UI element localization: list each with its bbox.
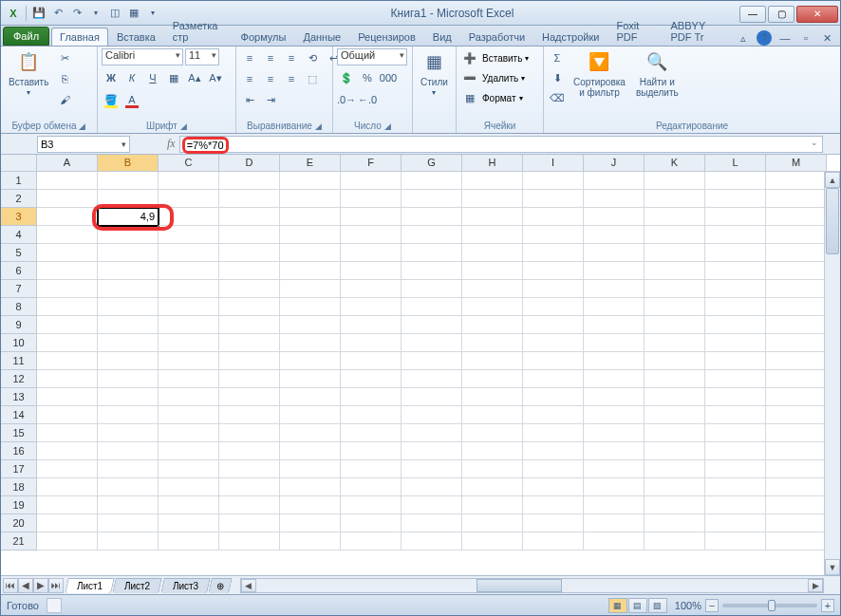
row-header-9[interactable]: 9 [1, 316, 37, 334]
cell-G4[interactable] [402, 226, 462, 244]
cell-C20[interactable] [159, 514, 219, 532]
cell-G2[interactable] [402, 190, 462, 208]
tab-foxit[interactable]: Foxit PDF [607, 16, 662, 46]
normal-view-icon[interactable]: ▦ [608, 598, 627, 613]
cell-H18[interactable] [462, 478, 523, 496]
cell-K3[interactable] [645, 208, 705, 226]
undo-icon[interactable]: ↶ [49, 5, 66, 22]
cell-F12[interactable] [341, 370, 402, 388]
cell-H3[interactable] [462, 208, 523, 226]
cell-E19[interactable] [280, 496, 341, 514]
cell-I19[interactable] [523, 496, 584, 514]
percent-icon[interactable]: % [358, 68, 377, 87]
row-header-4[interactable]: 4 [1, 226, 37, 244]
cell-B9[interactable] [98, 316, 159, 334]
cell-J16[interactable] [584, 442, 645, 460]
save-icon[interactable]: 💾 [30, 5, 47, 22]
cell-E20[interactable] [280, 514, 341, 532]
cell-E16[interactable] [280, 442, 341, 460]
decrease-decimal-icon[interactable]: ←.0 [358, 90, 377, 109]
column-header-H[interactable]: H [462, 155, 523, 171]
cell-E13[interactable] [280, 388, 341, 406]
cell-G8[interactable] [402, 298, 462, 316]
qat-extra2-icon[interactable]: ▦ [125, 5, 142, 22]
tab-addins[interactable]: Надстройки [533, 28, 607, 46]
cell-K17[interactable] [645, 460, 705, 478]
cell-G19[interactable] [402, 496, 462, 514]
row-header-18[interactable]: 18 [1, 478, 37, 496]
align-middle-icon[interactable]: ≡ [261, 48, 280, 67]
orientation-icon[interactable]: ⟲ [303, 48, 322, 67]
cell-C11[interactable] [159, 352, 219, 370]
cell-F1[interactable] [341, 172, 402, 190]
cell-D15[interactable] [219, 424, 280, 442]
cell-A12[interactable] [37, 370, 98, 388]
cell-L15[interactable] [705, 424, 766, 442]
cell-D9[interactable] [219, 316, 280, 334]
cell-F16[interactable] [341, 442, 402, 460]
cell-I11[interactable] [523, 352, 584, 370]
cell-A3[interactable] [37, 208, 98, 226]
cell-K14[interactable] [645, 406, 705, 424]
cell-D8[interactable] [219, 298, 280, 316]
cell-B10[interactable] [98, 334, 159, 352]
delete-cells-icon[interactable]: ➖ [460, 68, 479, 87]
cell-G21[interactable] [402, 532, 462, 551]
cell-I6[interactable] [523, 262, 584, 280]
cell-L5[interactable] [705, 244, 766, 262]
cell-J10[interactable] [584, 334, 645, 352]
fx-icon[interactable]: fx [163, 137, 179, 151]
cell-H19[interactable] [462, 496, 523, 514]
scroll-up-icon[interactable]: ▲ [825, 172, 840, 188]
cell-C8[interactable] [159, 298, 219, 316]
cell-J6[interactable] [584, 262, 645, 280]
underline-button[interactable]: Ч [143, 68, 162, 87]
cell-H10[interactable] [462, 334, 523, 352]
cell-A17[interactable] [37, 460, 98, 478]
cell-K13[interactable] [645, 388, 705, 406]
cell-K11[interactable] [645, 352, 705, 370]
font-size-selector[interactable]: 11 [185, 48, 219, 65]
cell-M3[interactable] [766, 208, 827, 226]
increase-indent-icon[interactable]: ⇥ [261, 90, 280, 109]
cell-A19[interactable] [37, 496, 98, 514]
cell-J15[interactable] [584, 424, 645, 442]
row-header-3[interactable]: 3 [1, 208, 37, 226]
column-header-M[interactable]: M [766, 155, 827, 171]
horizontal-scrollbar[interactable]: ◀ ▶ [240, 578, 824, 593]
cell-M6[interactable] [766, 262, 827, 280]
cell-H21[interactable] [462, 532, 523, 551]
row-header-13[interactable]: 13 [1, 388, 37, 406]
column-header-D[interactable]: D [219, 155, 280, 171]
cell-F7[interactable] [341, 280, 402, 298]
help-icon[interactable]: ? [757, 30, 772, 46]
cell-C15[interactable] [159, 424, 219, 442]
cell-A10[interactable] [37, 334, 98, 352]
cell-I15[interactable] [523, 424, 584, 442]
cell-E21[interactable] [280, 532, 341, 551]
cell-J14[interactable] [584, 406, 645, 424]
cell-C14[interactable] [159, 406, 219, 424]
cell-J12[interactable] [584, 370, 645, 388]
cell-C2[interactable] [159, 190, 219, 208]
cell-M15[interactable] [766, 424, 827, 442]
cell-L16[interactable] [705, 442, 766, 460]
cell-B15[interactable] [98, 424, 159, 442]
cell-D4[interactable] [219, 226, 280, 244]
cell-L9[interactable] [705, 316, 766, 334]
cell-G11[interactable] [402, 352, 462, 370]
row-header-5[interactable]: 5 [1, 244, 37, 262]
cell-M17[interactable] [766, 460, 827, 478]
cell-J13[interactable] [584, 388, 645, 406]
file-tab[interactable]: Файл [3, 27, 49, 46]
decrease-indent-icon[interactable]: ⇤ [240, 90, 259, 109]
cell-F5[interactable] [341, 244, 402, 262]
column-header-G[interactable]: G [402, 155, 462, 171]
cell-M18[interactable] [766, 478, 827, 496]
cell-D14[interactable] [219, 406, 280, 424]
cell-K15[interactable] [645, 424, 705, 442]
cell-K19[interactable] [645, 496, 705, 514]
italic-button[interactable]: К [122, 68, 141, 87]
cell-B17[interactable] [98, 460, 159, 478]
cell-H15[interactable] [462, 424, 523, 442]
